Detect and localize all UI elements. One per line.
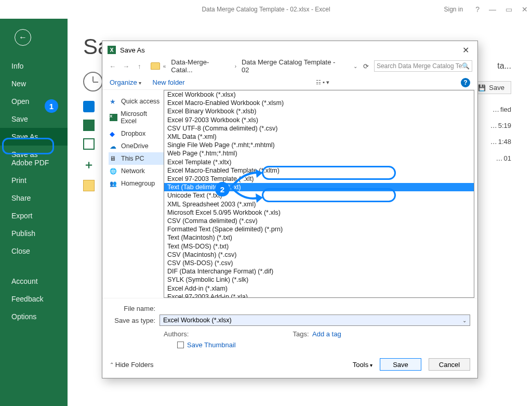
annotation-badge-2: 2 — [215, 182, 230, 197]
view-menu[interactable]: ☷ ▪ — [316, 79, 329, 86]
backstage-item-account[interactable]: Account — [0, 272, 68, 290]
filetype-option[interactable]: Excel Macro-Enabled Template (*.xltm) — [164, 166, 474, 175]
dialog-close-icon[interactable]: ✕ — [459, 44, 472, 56]
ic-star-icon — [110, 98, 118, 105]
place-homegroup[interactable]: Homegroup — [109, 177, 164, 190]
save-type-dropdown-list[interactable]: Excel Workbook (*.xlsx)Excel Macro-Enabl… — [164, 90, 474, 298]
backstage-item-feedback[interactable]: Feedback — [0, 290, 68, 308]
filetype-option[interactable]: CSV (Macintosh) (*.csv) — [164, 251, 474, 259]
tools-menu[interactable]: Tools — [353, 361, 373, 369]
cancel-button[interactable]: Cancel — [429, 358, 470, 371]
add-place-icon: ＋ — [83, 157, 95, 173]
filetype-option[interactable]: XML Spreadsheet 2003 (*.xml) — [164, 200, 474, 208]
filetype-option[interactable]: CSV (MS-DOS) (*.csv) — [164, 259, 474, 267]
ic-hg-icon — [110, 180, 118, 187]
filetype-option[interactable]: Excel Workbook (*.xlsx) — [164, 90, 474, 99]
filetype-option[interactable]: Text (Macintosh) (*.txt) — [164, 233, 474, 242]
refresh-icon[interactable]: ⟳ — [361, 62, 371, 70]
filetype-option[interactable]: Excel Macro-Enabled Workbook (*.xlsm) — [164, 99, 474, 107]
signin-link[interactable]: Sign in — [444, 6, 463, 13]
ic-od-icon — [110, 142, 118, 150]
file-name-label: File name: — [110, 305, 159, 312]
backstage-item-save[interactable]: Save — [0, 110, 68, 128]
backstage-item-export[interactable]: Export — [0, 207, 68, 225]
filetype-option[interactable]: XML Data (*.xml) — [164, 133, 474, 141]
place-label: Dropbox — [121, 130, 145, 137]
place-label: Quick access — [121, 98, 159, 105]
search-input[interactable]: Search Data Merge Catalog Te... 🔍 — [374, 60, 472, 72]
excel-icon — [83, 120, 95, 131]
breadcrumb-2[interactable]: Data Merge Catalog Template - 02 — [240, 58, 345, 74]
place-label: Microsoft Excel — [121, 110, 163, 125]
backstage-item-print[interactable]: Print — [0, 172, 68, 189]
save-as-dialog: X Save As ✕ ← → ↑ « Data-Merge-Catal... … — [102, 41, 478, 378]
maximize-icon[interactable]: ▭ — [506, 5, 512, 14]
place-network[interactable]: Network — [109, 165, 164, 177]
hide-folders-button[interactable]: Hide Folders — [110, 361, 153, 369]
dialog-title: Save As — [120, 46, 145, 54]
close-icon[interactable]: ✕ — [522, 5, 528, 14]
save-thumbnail-label[interactable]: Save Thumbnail — [187, 341, 236, 349]
backstage-item-share[interactable]: Share — [0, 189, 68, 207]
filetype-option[interactable]: DIF (Data Interchange Format) (*.dif) — [164, 267, 474, 276]
save-thumbnail-checkbox[interactable] — [177, 342, 184, 348]
chevron-right-icon: › — [235, 63, 236, 69]
filetype-option[interactable]: CSV (Comma delimited) (*.csv) — [164, 217, 474, 225]
chevron-down-icon: ⌄ — [462, 318, 467, 323]
new-folder-button[interactable]: New folder — [153, 78, 185, 86]
backstage-item-info[interactable]: Info — [0, 57, 68, 75]
filetype-option[interactable]: Formatted Text (Space delimited) (*.prn) — [164, 225, 474, 233]
place-quick-access[interactable]: Quick access — [109, 95, 164, 108]
place-microsoft-excel[interactable]: XMicrosoft Excel — [109, 108, 164, 127]
chevron-left-icon[interactable]: « — [163, 63, 166, 69]
filetype-option[interactable]: Web Page (*.htm;*.html) — [164, 149, 474, 158]
filetype-option[interactable]: Unicode Text (*.txt) — [164, 191, 474, 200]
filetype-option[interactable]: Microsoft Excel 5.0/95 Workbook (*.xls) — [164, 208, 474, 217]
filetype-option[interactable]: Excel Add-in (*.xlam) — [164, 284, 474, 293]
folder-icon — [151, 62, 160, 70]
back-button[interactable] — [15, 29, 31, 46]
chevron-down-icon[interactable]: ⌄ — [353, 63, 357, 69]
filetype-option[interactable]: Excel Template (*.xltx) — [164, 158, 474, 166]
save-type-value: Excel Workbook (*.xlsx) — [163, 317, 232, 324]
place-dropbox[interactable]: Dropbox — [109, 127, 164, 140]
filetype-option[interactable]: Excel Binary Workbook (*.xlsb) — [164, 107, 474, 115]
backstage-item-publish[interactable]: Publish — [0, 225, 68, 242]
annotation-badge-1: 1 — [45, 99, 58, 113]
save-type-label: Save as type: — [110, 317, 159, 324]
nav-back-icon[interactable]: ← — [108, 62, 118, 70]
ic-db-icon — [110, 130, 118, 137]
filetype-option[interactable]: Excel 97-2003 Add-in (*.xla) — [164, 293, 474, 298]
save-button[interactable]: Save — [380, 358, 421, 371]
minimize-icon[interactable]: — — [489, 5, 496, 14]
nav-forward-icon[interactable]: → — [121, 62, 131, 70]
search-icon: 🔍 — [462, 62, 470, 70]
breadcrumb-1[interactable]: Data-Merge-Catal... — [169, 58, 231, 74]
place-this-pc[interactable]: This PC — [109, 152, 164, 165]
search-placeholder: Search Data Merge Catalog Te... — [377, 62, 468, 70]
filetype-option[interactable]: Text (Tab delimited) (*.txt) — [164, 183, 474, 191]
ic-net-icon — [110, 167, 118, 175]
browse-icon — [83, 138, 95, 150]
filetype-option[interactable]: CSV UTF-8 (Comma delimited) (*.csv) — [164, 124, 474, 133]
help-icon[interactable]: ? — [461, 78, 470, 87]
help-icon[interactable]: ? — [475, 5, 480, 14]
filetype-option[interactable]: SYLK (Symbolic Link) (*.slk) — [164, 276, 474, 284]
place-label: This PC — [121, 155, 144, 162]
filetype-option[interactable]: Text (MS-DOS) (*.txt) — [164, 242, 474, 251]
add-tag-link[interactable]: Add a tag — [312, 330, 341, 338]
backstage-item-options[interactable]: Options — [0, 308, 68, 325]
dialog-addressbar: ← → ↑ « Data-Merge-Catal... › Data Merge… — [102, 59, 477, 75]
place-label: OneDrive — [121, 142, 149, 150]
backstage-item-new[interactable]: New — [0, 75, 68, 93]
place-onedrive[interactable]: OneDrive — [109, 140, 164, 152]
annotation-saveas-circle — [2, 138, 54, 154]
backstage-item-close[interactable]: Close — [0, 242, 68, 260]
save-type-field[interactable]: Excel Workbook (*.xlsx) ⌄ — [159, 315, 470, 326]
filetype-option[interactable]: Single File Web Page (*.mht;*.mhtml) — [164, 141, 474, 149]
filetype-option[interactable]: Excel 97-2003 Template (*.xlt) — [164, 175, 474, 183]
organize-menu[interactable]: Organize — [110, 78, 141, 86]
nav-up-icon[interactable]: ↑ — [134, 62, 144, 70]
filetype-option[interactable]: Excel 97-2003 Workbook (*.xls) — [164, 116, 474, 124]
place-label: Network — [121, 167, 145, 175]
